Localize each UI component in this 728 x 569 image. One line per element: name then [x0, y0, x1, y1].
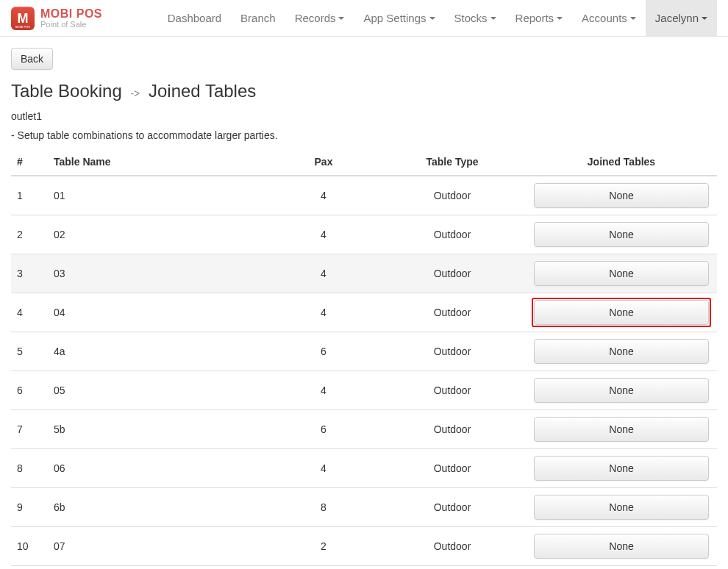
page-description: - Setup table combinations to accommodat…	[11, 129, 717, 141]
chevron-down-icon	[630, 17, 636, 20]
table-row: 1014OutdoorNone	[11, 176, 717, 215]
joined-button-wrap: None	[532, 532, 711, 561]
page-title: Table Booking -> Joined Tables	[11, 81, 717, 101]
nav-item-app-settings[interactable]: App Settings	[354, 0, 444, 36]
nav-item-label: Accounts	[582, 12, 627, 24]
cell-num: 1	[11, 176, 48, 215]
table-row: 54a6OutdoorNone	[11, 332, 717, 371]
nav-user-label: Jacelynn	[655, 12, 699, 24]
cell-joined: None	[526, 332, 717, 371]
joined-tables-button[interactable]: None	[534, 495, 709, 520]
nav-item-label: App Settings	[363, 12, 426, 24]
cell-joined: None	[526, 410, 717, 449]
nav-item-records[interactable]: Records	[285, 0, 354, 36]
joined-tables-button[interactable]: None	[534, 300, 709, 325]
outlet-label: outlet1	[11, 110, 717, 122]
cell-table-type: Outdoor	[379, 176, 526, 215]
nav-item-label: Stocks	[454, 12, 488, 24]
cell-pax: 6	[268, 332, 379, 371]
nav-item-reports[interactable]: Reports	[506, 0, 573, 36]
cell-num: 10	[11, 527, 48, 566]
back-button[interactable]: Back	[11, 48, 53, 70]
cell-table-name: 01	[48, 176, 268, 215]
cell-joined: None	[526, 176, 717, 215]
top-navbar: M MOBI POS MOBI POS Point of Sale Dashbo…	[0, 0, 728, 37]
table-row: 96b8OutdoorNone	[11, 488, 717, 527]
brand-title: MOBI POS	[40, 7, 102, 21]
joined-tables-button[interactable]: None	[534, 417, 709, 442]
cell-joined: None	[526, 566, 717, 570]
chevron-down-icon	[338, 17, 344, 20]
joined-button-wrap: None	[532, 376, 711, 405]
table-row: 6054OutdoorNone	[11, 371, 717, 410]
cell-table-type: Outdoor	[379, 293, 526, 332]
joined-button-wrap: None	[532, 415, 711, 444]
cell-joined: None	[526, 449, 717, 488]
table-row: 11082OutdoorNone	[11, 566, 717, 570]
table-row: 3034OutdoorNone	[11, 254, 717, 293]
cell-table-type: Outdoor	[379, 215, 526, 254]
joined-tables-button[interactable]: None	[534, 456, 709, 481]
cell-table-type: Outdoor	[379, 488, 526, 527]
cell-table-name: 08	[48, 566, 268, 570]
col-header-name: Table Name	[48, 148, 268, 176]
cell-num: 3	[11, 254, 48, 293]
brand[interactable]: M MOBI POS MOBI POS Point of Sale	[11, 7, 102, 30]
brand-tagline: Point of Sale	[40, 20, 102, 29]
cell-table-name: 03	[48, 254, 268, 293]
joined-button-wrap: None	[532, 181, 711, 210]
joined-button-wrap: None	[532, 259, 711, 288]
breadcrumb-separator: ->	[130, 87, 140, 99]
chevron-down-icon	[429, 17, 435, 20]
cell-pax: 2	[268, 527, 379, 566]
joined-tables-button[interactable]: None	[534, 339, 709, 364]
table-row: 2024OutdoorNone	[11, 215, 717, 254]
nav-item-label: Reports	[515, 12, 554, 24]
cell-pax: 4	[268, 449, 379, 488]
cell-table-name: 05	[48, 371, 268, 410]
table-row: 8064OutdoorNone	[11, 449, 717, 488]
chevron-down-icon	[557, 17, 563, 20]
cell-table-type: Outdoor	[379, 371, 526, 410]
col-header-type: Table Type	[379, 148, 526, 176]
joined-button-wrap: None	[532, 493, 711, 522]
joined-tables-button[interactable]: None	[534, 222, 709, 247]
cell-joined: None	[526, 488, 717, 527]
cell-num: 7	[11, 410, 48, 449]
table-row: 4044OutdoorNone	[11, 293, 717, 332]
col-header-pax: Pax	[268, 148, 379, 176]
cell-table-name: 6b	[48, 488, 268, 527]
cell-table-type: Outdoor	[379, 254, 526, 293]
breadcrumb-part1: Table Booking	[11, 81, 122, 101]
nav-user-menu[interactable]: Jacelynn	[646, 0, 717, 36]
cell-table-name: 4a	[48, 332, 268, 371]
col-header-joined: Joined Tables	[526, 148, 717, 176]
nav-item-branch[interactable]: Branch	[231, 0, 285, 36]
nav-item-accounts[interactable]: Accounts	[572, 0, 646, 36]
joined-button-wrap: None	[532, 220, 711, 249]
table-row: 10072OutdoorNone	[11, 527, 717, 566]
cell-table-name: 07	[48, 527, 268, 566]
cell-joined: None	[526, 254, 717, 293]
joined-tables-button[interactable]: None	[534, 534, 709, 559]
cell-table-type: Outdoor	[379, 527, 526, 566]
cell-pax: 6	[268, 410, 379, 449]
joined-button-wrap: None	[532, 454, 711, 483]
cell-num: 8	[11, 449, 48, 488]
tables-list: # Table Name Pax Table Type Joined Table…	[11, 148, 717, 569]
nav-item-stocks[interactable]: Stocks	[445, 0, 506, 36]
col-header-num: #	[11, 148, 48, 176]
cell-pax: 4	[268, 176, 379, 215]
joined-tables-button[interactable]: None	[534, 378, 709, 403]
joined-button-wrap: None	[532, 337, 711, 366]
nav-item-label: Records	[295, 12, 336, 24]
cell-num: 11	[11, 566, 48, 570]
nav-item-label: Branch	[240, 12, 276, 24]
cell-pax: 4	[268, 371, 379, 410]
nav-item-dashboard[interactable]: Dashboard	[158, 0, 231, 36]
cell-table-type: Outdoor	[379, 449, 526, 488]
joined-tables-button[interactable]: None	[534, 261, 709, 286]
nav-item-label: Dashboard	[168, 12, 221, 24]
cell-table-type: Outdoor	[379, 332, 526, 371]
joined-tables-button[interactable]: None	[534, 183, 709, 208]
